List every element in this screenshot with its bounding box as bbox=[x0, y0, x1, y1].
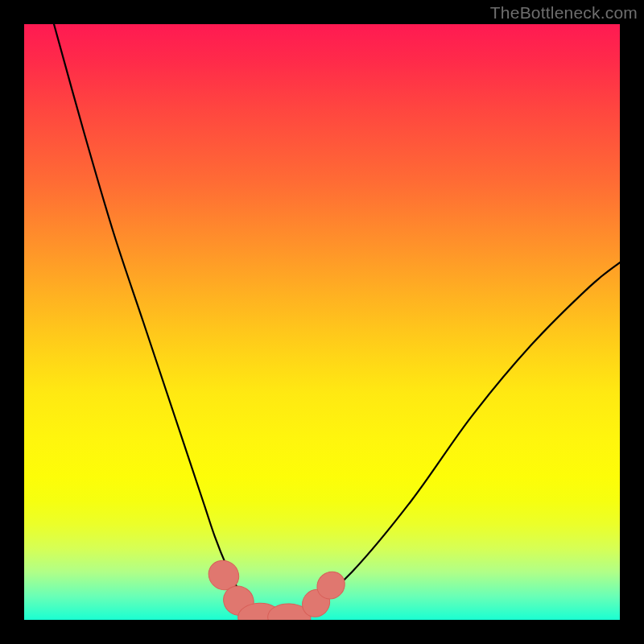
plot-area bbox=[24, 24, 620, 620]
outer-frame: TheBottleneck.com bbox=[0, 0, 644, 644]
marker-layer bbox=[203, 555, 350, 620]
bottleneck-curve bbox=[54, 24, 620, 620]
curve-layer bbox=[54, 24, 620, 620]
chart-svg bbox=[24, 24, 620, 620]
watermark-text: TheBottleneck.com bbox=[490, 3, 638, 23]
